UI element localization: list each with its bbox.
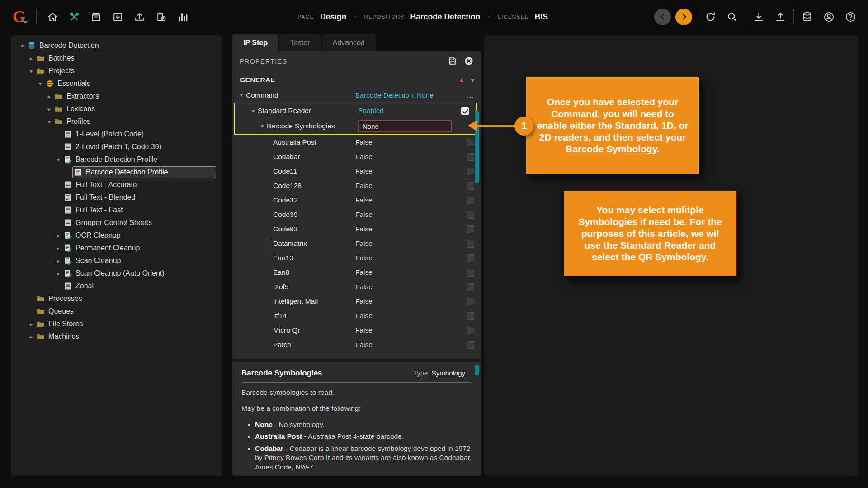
database-button[interactable] bbox=[798, 8, 816, 25]
barcode-symbologies-input[interactable]: None bbox=[358, 120, 452, 132]
property-row-codabar[interactable]: CodabarFalse bbox=[232, 150, 481, 164]
repository-value[interactable]: Barcode Detection bbox=[410, 12, 481, 22]
property-value-link[interactable]: Enabled bbox=[358, 107, 384, 115]
micro-qr-checkbox[interactable] bbox=[467, 327, 474, 334]
property-row-code11[interactable]: Code11False bbox=[232, 164, 481, 178]
tree-item-barcode-detection-profile[interactable]: ▾Barcode Detection Profile bbox=[13, 153, 220, 166]
code93-checkbox[interactable] bbox=[467, 225, 474, 233]
tree-item-extractors[interactable]: ▸Extractors bbox=[13, 90, 220, 103]
tree-item-barcode-detection[interactable]: ▾Barcode Detection bbox=[13, 39, 220, 52]
exports-button[interactable] bbox=[131, 8, 148, 25]
patch-checkbox[interactable] bbox=[467, 341, 474, 349]
standard-reader-checkbox[interactable] bbox=[461, 107, 469, 115]
chevron-down-icon[interactable]: ▾ bbox=[258, 123, 267, 129]
property-row-micro-qr[interactable]: Micro QrFalse bbox=[232, 323, 481, 338]
codabar-checkbox[interactable] bbox=[467, 153, 474, 161]
tree-item-permanent-cleanup[interactable]: ▸Permanent Cleanup bbox=[13, 242, 220, 254]
i2of5-checkbox[interactable] bbox=[467, 283, 474, 291]
chevron-right-icon[interactable]: ▸ bbox=[53, 245, 63, 252]
help-scrollbar[interactable] bbox=[475, 365, 479, 375]
property-row-code93[interactable]: Code93False bbox=[232, 222, 481, 236]
property-row-ean8[interactable]: Ean8False bbox=[232, 265, 481, 280]
datamatrix-checkbox[interactable] bbox=[467, 240, 474, 248]
property-row-code39[interactable]: Code39False bbox=[232, 207, 481, 222]
property-row-command[interactable]: ▾CommandBarcode Detection: None... bbox=[232, 88, 481, 103]
selected-node-box[interactable]: Barcode Detection Profile bbox=[72, 166, 216, 178]
batches-button[interactable] bbox=[87, 8, 104, 25]
tree-item-full-text-accurate[interactable]: Full Text - Accurate bbox=[13, 178, 220, 191]
property-row-standard-reader[interactable]: ▾Standard ReaderEnabled bbox=[235, 103, 476, 118]
code32-checkbox[interactable] bbox=[467, 197, 474, 204]
tree-item-grooper-control-sheets[interactable]: Grooper Control Sheets bbox=[13, 216, 220, 229]
property-row-patch[interactable]: PatchFalse bbox=[232, 338, 481, 352]
ean13-checkbox[interactable] bbox=[467, 254, 474, 262]
grooper-logo[interactable]: G bbox=[9, 9, 29, 25]
chevron-right-icon[interactable]: ▸ bbox=[44, 93, 54, 100]
tree-item-machines[interactable]: ▸Machines bbox=[13, 330, 220, 343]
tree-item-full-text-fast[interactable]: Full Text - Fast bbox=[13, 204, 220, 216]
search-button[interactable] bbox=[723, 8, 741, 25]
chevron-right-icon[interactable]: ▸ bbox=[44, 106, 54, 113]
general-section-header[interactable]: GENERAL ▲ ▾ bbox=[232, 72, 481, 88]
tree-item-projects[interactable]: ▾Projects bbox=[13, 65, 220, 77]
australia-post-checkbox[interactable] bbox=[467, 139, 474, 146]
tools-button[interactable] bbox=[66, 8, 83, 25]
tree-item-batches[interactable]: ▸Batches bbox=[13, 52, 220, 65]
property-row-datamatrix[interactable]: DatamatrixFalse bbox=[232, 236, 481, 251]
tab-advanced[interactable]: Advanced bbox=[322, 34, 376, 51]
chevron-right-icon[interactable]: ▸ bbox=[26, 321, 36, 328]
help-type-value[interactable]: Symbology bbox=[432, 369, 465, 377]
page-value[interactable]: Design bbox=[320, 12, 346, 22]
tree-item-2-level-patch-t-code-39[interactable]: 2-Level (Patch T, Code 39) bbox=[13, 141, 220, 153]
tab-tester[interactable]: Tester bbox=[279, 34, 321, 51]
chevron-right-icon[interactable]: ▸ bbox=[26, 55, 36, 62]
tree-item-processes[interactable]: Processes bbox=[13, 292, 220, 305]
stats-button[interactable] bbox=[174, 8, 191, 25]
tree-item-scan-cleanup[interactable]: ▸Scan Cleanup bbox=[13, 254, 220, 267]
refresh-button[interactable] bbox=[702, 8, 719, 25]
tasks-button[interactable] bbox=[152, 8, 170, 25]
help-button[interactable] bbox=[842, 8, 859, 25]
code39-checkbox[interactable] bbox=[467, 211, 474, 219]
code11-checkbox[interactable] bbox=[467, 168, 474, 175]
chevron-down-icon[interactable]: ▾ bbox=[44, 118, 54, 125]
tree-item-file-stores[interactable]: ▸File Stores bbox=[13, 318, 220, 330]
property-row-australia-post[interactable]: Australia PostFalse bbox=[232, 135, 481, 150]
code128-checkbox[interactable] bbox=[467, 182, 474, 190]
ean8-checkbox[interactable] bbox=[467, 269, 474, 277]
tree-item-scan-cleanup-auto-orient[interactable]: ▸Scan Cleanup (Auto Orient) bbox=[13, 267, 220, 280]
back-button[interactable] bbox=[654, 9, 671, 25]
property-row-intelligent-mail[interactable]: Intelligent MailFalse bbox=[232, 294, 481, 309]
download-button[interactable] bbox=[750, 8, 767, 25]
chevron-down-icon[interactable]: ▾ bbox=[35, 80, 45, 87]
tree-item-1-level-patch-code[interactable]: 1-Level (Patch Code) bbox=[13, 128, 220, 141]
chevron-down-icon[interactable]: ▾ bbox=[249, 108, 258, 114]
property-row-code32[interactable]: Code32False bbox=[232, 193, 481, 207]
upload-button[interactable] bbox=[772, 8, 789, 25]
chevron-right-icon[interactable]: ▸ bbox=[53, 270, 63, 277]
licensee-value[interactable]: BIS bbox=[535, 12, 548, 22]
save-properties-button[interactable] bbox=[447, 56, 458, 67]
property-row-i2of5[interactable]: I2of5False bbox=[232, 280, 481, 294]
tree-item-queues[interactable]: Queues bbox=[13, 305, 220, 318]
tree-item-profiles[interactable]: ▾Profiles bbox=[13, 115, 220, 128]
property-row-itf14[interactable]: Itf14False bbox=[232, 309, 481, 323]
chevron-down-icon[interactable]: ▾ bbox=[17, 42, 27, 49]
home-button[interactable] bbox=[44, 8, 61, 25]
tree-item-lexicons[interactable]: ▸Lexicons bbox=[13, 103, 220, 115]
chevron-down-icon[interactable]: ▾ bbox=[471, 77, 474, 84]
tree-item-barcode-detection-profile[interactable]: Barcode Detection Profile bbox=[13, 166, 220, 178]
chevron-down-icon[interactable]: ▾ bbox=[53, 156, 63, 163]
tree-item-essentials[interactable]: ▾Essentials bbox=[13, 77, 220, 90]
tab-ip-step[interactable]: IP Step bbox=[232, 34, 278, 51]
itf14-checkbox[interactable] bbox=[467, 312, 474, 320]
intelligent-mail-checkbox[interactable] bbox=[467, 298, 474, 305]
chevron-right-icon[interactable]: ▸ bbox=[53, 258, 63, 264]
ellipsis-button[interactable]: ... bbox=[467, 91, 474, 99]
tree-item-full-text-blended[interactable]: Full Text - Blended bbox=[13, 191, 220, 204]
property-row-barcode-symbologies[interactable]: ▾Barcode SymbologiesNone bbox=[235, 118, 476, 134]
chevron-right-icon[interactable]: ▸ bbox=[53, 232, 63, 239]
tree-item-ocr-cleanup[interactable]: ▸OCR Cleanup bbox=[13, 229, 220, 242]
tree-item-zonal[interactable]: Zonal bbox=[13, 280, 220, 292]
imports-button[interactable] bbox=[109, 8, 126, 25]
